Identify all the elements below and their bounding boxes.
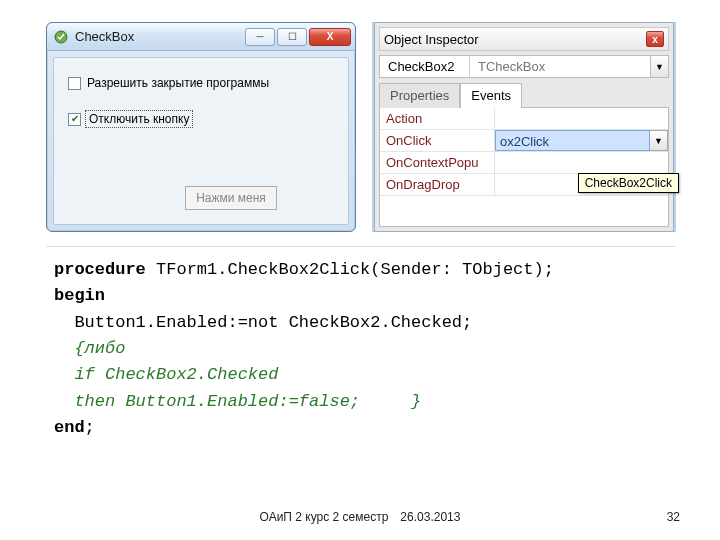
kw-begin: begin [54, 286, 105, 305]
titlebar[interactable]: CheckBox ─ ☐ X [47, 23, 355, 51]
tab-events[interactable]: Events [460, 83, 522, 108]
code-l3: Button1.Enabled:=not CheckBox2.Checked; [54, 313, 472, 332]
onclick-dropdown-icon[interactable]: ▼ [650, 130, 668, 151]
footer-date: 26.03.2013 [400, 510, 460, 524]
footer-course: ОАиП 2 курс 2 семестр [260, 510, 389, 524]
app-icon [53, 29, 69, 45]
kw-procedure: procedure [54, 260, 146, 279]
object-name: CheckBox2 [380, 56, 470, 77]
object-selector[interactable]: CheckBox2 TCheckBox ▼ [379, 55, 669, 78]
checkbox1-label: Разрешить закрытие программы [87, 76, 269, 90]
page-number: 32 [667, 510, 680, 524]
code-l5: if CheckBox2.Checked [54, 365, 278, 384]
minimize-button[interactable]: ─ [245, 28, 275, 46]
checkbox2-box[interactable]: ✔ [68, 113, 81, 126]
checkbox1-box[interactable] [68, 77, 81, 90]
code-l6: then Button1.Enabled:=false; } [54, 392, 421, 411]
onclick-value[interactable]: ox2Click [495, 130, 650, 151]
row-oncontextpopup[interactable]: OnContextPopu [380, 152, 668, 174]
tooltip: CheckBox2Click [578, 173, 679, 193]
tab-properties[interactable]: Properties [379, 83, 460, 108]
events-grid: Action OnClick ox2Click ▼ OnContextPopu … [379, 107, 669, 227]
object-type: TCheckBox [470, 56, 650, 77]
inspector-titlebar[interactable]: Object Inspector x [379, 27, 669, 51]
key-ondragdrop: OnDragDrop [380, 174, 495, 195]
code-l4: {либо [54, 339, 125, 358]
row-onclick[interactable]: OnClick ox2Click ▼ [380, 130, 668, 152]
close-button[interactable]: X [309, 28, 351, 46]
checkbox2-row[interactable]: ✔ Отключить кнопку [68, 110, 334, 128]
code-block: procedure TForm1.CheckBox2Click(Sender: … [46, 246, 676, 449]
press-me-button: Нажми меня [185, 186, 277, 210]
checkbox-app-window: CheckBox ─ ☐ X Разрешить закрытие програ… [46, 22, 356, 232]
footer: ОАиП 2 курс 2 семестр 26.03.2013 32 [0, 510, 720, 524]
checkbox2-label: Отключить кнопку [85, 110, 193, 128]
window-title: CheckBox [75, 29, 245, 44]
key-action: Action [380, 108, 495, 129]
code-l7b: ; [85, 418, 95, 437]
client-area: Разрешить закрытие программы ✔ Отключить… [53, 57, 349, 225]
key-onclick: OnClick [380, 130, 495, 151]
object-inspector: Object Inspector x CheckBox2 TCheckBox ▼… [374, 22, 674, 232]
object-dropdown-icon[interactable]: ▼ [650, 56, 668, 77]
row-action[interactable]: Action [380, 108, 668, 130]
key-oncontextpopup: OnContextPopu [380, 152, 495, 173]
kw-end: end [54, 418, 85, 437]
inspector-close-button[interactable]: x [646, 31, 664, 47]
maximize-button[interactable]: ☐ [277, 28, 307, 46]
inspector-title: Object Inspector [384, 32, 479, 47]
code-sig: TForm1.CheckBox2Click(Sender: TObject); [146, 260, 554, 279]
checkbox1-row[interactable]: Разрешить закрытие программы [68, 76, 334, 90]
